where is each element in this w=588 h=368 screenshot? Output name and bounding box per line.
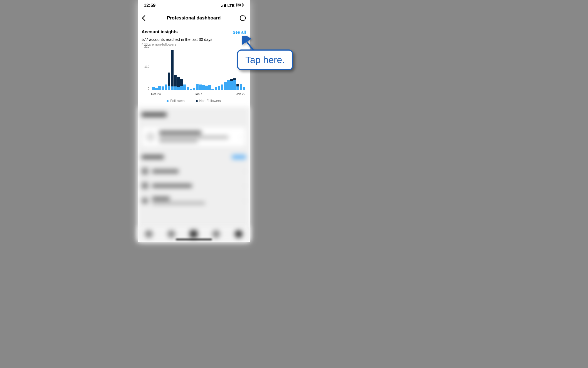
gear-icon [240, 15, 246, 21]
chart-bar [187, 87, 189, 90]
cellular-signal-icon [221, 4, 226, 7]
chart-y-axis: 0110220 [142, 50, 151, 90]
chart-bar [215, 87, 217, 90]
battery-percent: 65 [237, 4, 240, 7]
dot-icon [196, 100, 198, 102]
phone-screen: 12:59 LTE 65 Professional dashboard [138, 0, 250, 242]
chart-bar [199, 84, 202, 90]
callout-annotation: Tap here. [237, 49, 293, 70]
legend-non-followers: Non-Followers [196, 99, 221, 103]
chart-bar [221, 84, 223, 90]
chevron-left-icon [142, 15, 145, 21]
chart-bar [211, 89, 214, 90]
reach-summary: 577 accounts reached in the last 30 days [142, 37, 246, 42]
nav-header: Professional dashboard [138, 11, 250, 25]
account-insights-card: Account insights See all 577 accounts re… [138, 25, 250, 107]
reach-chart: 0110220 [142, 50, 246, 90]
x-tick-label: Jan 22 [236, 92, 245, 96]
svg-rect-2 [224, 4, 225, 7]
chart-bar [224, 82, 226, 90]
dot-icon [167, 100, 169, 102]
chart-legend: Followers Non-Followers [142, 99, 246, 103]
chart-bar [190, 89, 192, 90]
callout-text: Tap here. [245, 54, 285, 65]
svg-rect-1 [223, 5, 223, 7]
nonfollowers-summary: 466 are non-followers [142, 42, 246, 46]
battery-icon: 65 [236, 3, 244, 8]
chart-bar [208, 85, 211, 90]
chart-bar [202, 85, 205, 90]
chart-bar [152, 87, 155, 90]
chart-bar [180, 79, 183, 90]
chart-bar [193, 88, 195, 90]
settings-button[interactable] [238, 15, 246, 21]
chart-x-axis: Dec 24Jan 7Jan 22 [151, 92, 246, 96]
status-time: 12:59 [144, 3, 155, 8]
chart-bar [243, 87, 245, 90]
status-indicators: LTE 65 [221, 3, 244, 8]
blurred-content: › › › › [138, 107, 250, 240]
svg-rect-0 [221, 6, 222, 7]
back-button[interactable] [142, 15, 150, 21]
chart-bar [196, 84, 198, 90]
chart-bar [177, 77, 180, 90]
network-label: LTE [228, 3, 234, 8]
svg-rect-3 [225, 4, 226, 7]
chart-bars [151, 50, 246, 90]
legend-followers: Followers [167, 99, 184, 103]
insights-title: Account insights [142, 29, 178, 34]
chart-bar [227, 80, 230, 90]
svg-rect-6 [243, 4, 244, 6]
chart-bar [158, 86, 161, 90]
legend-followers-label: Followers [170, 99, 184, 103]
chart-bar [174, 75, 177, 90]
x-tick-label: Jan 7 [195, 92, 202, 96]
chart-bar [171, 50, 173, 90]
legend-non-followers-label: Non-Followers [199, 99, 221, 103]
chart-bar [162, 86, 164, 90]
chart-bar [205, 86, 208, 90]
status-bar: 12:59 LTE 65 [138, 0, 250, 11]
chart-bar [230, 79, 233, 90]
chart-bar [183, 84, 186, 90]
home-indicator [176, 239, 212, 240]
page-title: Professional dashboard [167, 15, 221, 21]
see-all-link[interactable]: See all [233, 30, 246, 34]
chart-bar [233, 78, 236, 90]
chart-bar [165, 84, 167, 90]
x-tick-label: Dec 24 [151, 92, 161, 96]
chart-bar [236, 84, 239, 90]
chart-bar [168, 73, 170, 90]
chart-bar [240, 84, 242, 90]
chart-bar [218, 86, 220, 90]
chart-bar [155, 88, 158, 90]
